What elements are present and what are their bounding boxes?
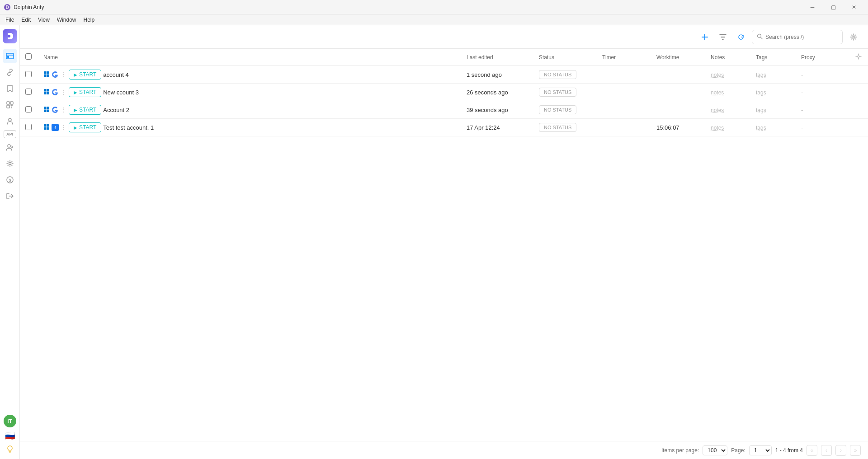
minimize-button[interactable]: ─: [802, 0, 823, 14]
sidebar-item-logout[interactable]: [3, 189, 17, 203]
svg-point-11: [8, 145, 10, 147]
row-menu-dots[interactable]: ⋮: [61, 124, 67, 131]
start-button[interactable]: ▶ START: [69, 105, 101, 115]
table-settings-button[interactable]: [846, 30, 861, 44]
menu-help[interactable]: Help: [80, 16, 99, 24]
svg-point-3: [8, 35, 10, 37]
status-button[interactable]: NO STATUS: [539, 88, 576, 97]
row-status: NO STATUS: [533, 84, 597, 101]
start-button[interactable]: ▶ START: [69, 87, 101, 97]
header-col-settings: [850, 49, 868, 66]
row-checkbox[interactable]: [25, 89, 32, 95]
status-button[interactable]: NO STATUS: [539, 105, 576, 114]
tags-link[interactable]: tags: [756, 107, 766, 113]
next-page-button[interactable]: ›: [835, 445, 846, 456]
close-button[interactable]: ✕: [844, 0, 864, 14]
last-page-button[interactable]: »: [850, 445, 861, 456]
row-checkbox-cell: [20, 84, 38, 101]
sidebar-item-browsers[interactable]: [3, 49, 17, 63]
menu-file[interactable]: File: [2, 16, 18, 24]
svg-point-12: [11, 146, 13, 148]
sidebar-item-billing[interactable]: $: [3, 173, 17, 187]
page-select[interactable]: 1: [749, 445, 772, 455]
row-menu-dots[interactable]: ⋮: [61, 89, 67, 96]
sidebar-avatar[interactable]: IT: [4, 415, 16, 427]
row-icons: f ⋮ ▶ START Test test account. 1: [43, 122, 456, 132]
svg-rect-30: [47, 109, 50, 112]
sidebar-item-users[interactable]: [3, 114, 17, 128]
row-proxy: -: [796, 119, 850, 136]
sidebar-item-extensions[interactable]: [3, 98, 17, 112]
google-icon: [52, 89, 59, 96]
menu-view[interactable]: View: [34, 16, 53, 24]
row-checkbox[interactable]: [25, 71, 32, 77]
sidebar-item-settings[interactable]: [3, 156, 17, 171]
start-button[interactable]: ▶ START: [69, 70, 101, 80]
menu-edit[interactable]: Edit: [18, 16, 34, 24]
start-button[interactable]: ▶ START: [69, 122, 101, 132]
tags-link[interactable]: tags: [756, 89, 766, 96]
svg-rect-26: [47, 92, 50, 94]
row-notes: notes: [705, 101, 750, 119]
svg-rect-27: [44, 107, 47, 109]
row-menu-dots[interactable]: ⋮: [61, 106, 67, 113]
prev-page-button[interactable]: ‹: [821, 445, 832, 456]
notes-link[interactable]: notes: [711, 125, 724, 131]
accounts-table: Name Last edited Status Timer Worktime: [20, 49, 868, 136]
svg-point-10: [9, 118, 11, 121]
header-proxy: Proxy: [796, 49, 850, 66]
row-checkbox[interactable]: [25, 124, 32, 130]
google-icon: [52, 106, 59, 113]
sidebar-item-links[interactable]: [3, 65, 17, 80]
table-row: f ⋮ ▶ START Test test account. 1 17 Apr …: [20, 119, 868, 136]
svg-point-18: [858, 56, 859, 57]
app-body: API $: [0, 25, 868, 459]
status-button[interactable]: NO STATUS: [539, 123, 576, 132]
select-all-checkbox[interactable]: [25, 53, 32, 60]
row-icons: ⋮ ▶ START Account 2: [43, 105, 456, 115]
svg-rect-28: [47, 107, 50, 109]
row-last-edited: 39 seconds ago: [461, 101, 533, 119]
notes-link[interactable]: notes: [711, 72, 724, 78]
account-name: Account 2: [103, 107, 129, 113]
sidebar-item-bookmarks[interactable]: [3, 81, 17, 96]
filter-button[interactable]: [716, 30, 730, 44]
header-checkbox-col: [20, 49, 38, 66]
row-checkbox[interactable]: [25, 106, 32, 112]
row-tags: tags: [750, 66, 796, 84]
svg-rect-34: [47, 127, 50, 130]
sidebar-item-api[interactable]: API: [4, 130, 16, 138]
window-controls: ─ ▢ ✕: [802, 0, 864, 14]
add-button[interactable]: [698, 30, 712, 44]
tags-link[interactable]: tags: [756, 72, 766, 78]
first-page-button[interactable]: «: [807, 445, 817, 456]
header-status: Status: [533, 49, 597, 66]
search-input[interactable]: [765, 34, 838, 40]
menu-window[interactable]: Window: [53, 16, 80, 24]
status-button[interactable]: NO STATUS: [539, 70, 576, 79]
row-timer: [597, 66, 651, 84]
account-name: account 4: [103, 71, 128, 78]
svg-rect-22: [47, 74, 50, 77]
notes-link[interactable]: notes: [711, 89, 724, 96]
svg-rect-25: [44, 92, 47, 94]
svg-point-13: [9, 163, 11, 165]
items-per-page-select[interactable]: 100 50 25: [703, 445, 727, 455]
notes-link[interactable]: notes: [711, 107, 724, 113]
svg-rect-8: [10, 102, 13, 104]
svg-rect-4: [6, 53, 14, 59]
tags-link[interactable]: tags: [756, 125, 766, 131]
row-last-edited: 1 second ago: [461, 66, 533, 84]
sidebar-logo[interactable]: [3, 29, 17, 43]
refresh-button[interactable]: [734, 30, 748, 44]
row-menu-dots[interactable]: ⋮: [61, 71, 67, 78]
sidebar-bulb[interactable]: [4, 443, 16, 455]
windows-icon: [43, 124, 50, 131]
header-notes: Notes: [705, 49, 750, 66]
sidebar-flag[interactable]: 🇷🇺: [5, 431, 15, 441]
sidebar-item-accounts[interactable]: [3, 140, 17, 155]
row-tags: tags: [750, 119, 796, 136]
table-header-row: Name Last edited Status Timer Worktime: [20, 49, 868, 66]
header-timer: Timer: [597, 49, 651, 66]
maximize-button[interactable]: ▢: [823, 0, 844, 14]
